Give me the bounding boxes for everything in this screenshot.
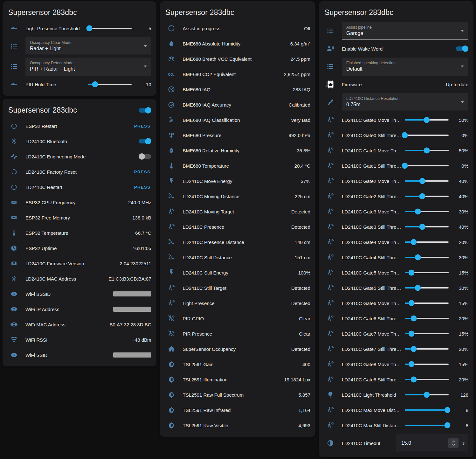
row-ld2410c-still-distance[interactable]: LD2410C Still Distance151 cm: [165, 250, 311, 265]
slider-ld2410c-light-threshold[interactable]: [405, 390, 449, 400]
slider-pir-hold-time[interactable]: [88, 80, 132, 89]
slider-ld2410c-gate1-move-thr[interactable]: [405, 146, 449, 155]
row-wifi-mac-address[interactable]: WiFi MAC AddressB0:A7:32:28:3D:BC: [8, 317, 151, 332]
row-tsl2591-raw-visible[interactable]: TSL2591 Raw Visible4,693: [165, 418, 311, 433]
slider-knob[interactable]: [408, 361, 414, 367]
card-power-toggle[interactable]: [139, 107, 151, 114]
slider-ld2410c-gate5-move-thr[interactable]: [405, 268, 449, 277]
slider-ld2410c-gate1-still-thres[interactable]: [405, 161, 449, 170]
slider-ld2410c-gate6-still-thres[interactable]: [405, 314, 449, 323]
slider-knob[interactable]: [92, 81, 98, 87]
row-esp32-temperature[interactable]: ESP32 Temperature66.7 °C: [8, 225, 151, 240]
row-bme680-temperature[interactable]: BME680 Temperature20.4 °C: [165, 158, 311, 173]
row-ld2410c-moving-target[interactable]: LD2410C Moving TargetDetected: [165, 204, 311, 219]
select-assist-pipeline[interactable]: Assist pipelineGarage: [342, 22, 468, 40]
slider-knob[interactable]: [410, 377, 417, 383]
slider-knob[interactable]: [415, 285, 421, 291]
toggle-ld2410c-engineering-mode[interactable]: [139, 153, 151, 160]
slider-knob[interactable]: [424, 117, 430, 123]
slider-knob[interactable]: [402, 163, 408, 169]
slider-knob[interactable]: [408, 270, 414, 276]
slider-knob[interactable]: [410, 346, 417, 352]
slider-ld2410c-gate0-move-thr[interactable]: [405, 115, 449, 125]
slider-knob[interactable]: [86, 25, 93, 31]
row-firmware[interactable]: FirmwareUp-to-date: [324, 77, 468, 92]
slider-ld2410c-max-move-dista[interactable]: [405, 405, 449, 415]
row-esp32-free-memory[interactable]: ESP32 Free Memory138.0 kB: [8, 210, 151, 225]
row-ld2410c-still-energy[interactable]: LD2410C Still Energy100%: [165, 265, 311, 280]
row-esp32-cpu-frequency[interactable]: 32ESP32 CPU Frequency240.0 MHz: [8, 195, 151, 210]
slider-ld2410c-gate2-still-thres[interactable]: [405, 191, 449, 201]
row-tsl2591-raw-infrared[interactable]: TSL2591 Raw Infrared1,164: [165, 402, 311, 418]
slider-knob[interactable]: [424, 148, 430, 154]
row-light-presence[interactable]: Light PresenceDetected: [165, 296, 311, 311]
press-button[interactable]: PRESS: [134, 170, 151, 174]
row-ld2410c-presence-distance[interactable]: LD2410C Presence Distance140 cm: [165, 234, 311, 250]
slider-ld2410c-gate6-move-thr[interactable]: [405, 298, 449, 308]
row-bme680-iaq-accuracy[interactable]: BME680 IAQ AccuracyCalibrated: [165, 97, 311, 112]
slider-knob[interactable]: [415, 254, 421, 261]
slider-knob[interactable]: [419, 193, 425, 199]
select-ld2410c-distance-resolution[interactable]: LD2410C Distance Resolution0.75m: [342, 93, 468, 111]
row-bme680-iaq-classification[interactable]: BME680 IAQ ClassificationVery Bad: [165, 112, 311, 128]
slider-knob[interactable]: [419, 224, 425, 230]
row-ld2410c-still-target[interactable]: LD2410C Still TargetDetected: [165, 280, 311, 296]
slider-knob[interactable]: [419, 178, 425, 184]
press-button[interactable]: PRESS: [134, 124, 151, 129]
number-input[interactable]: 15.0s: [396, 434, 468, 452]
row-pir-gpio[interactable]: PIR GPIOClear: [165, 311, 311, 326]
row-wifi-ssid[interactable]: WiFi SSID: [8, 347, 151, 363]
slider-light-presence-threshold[interactable]: [88, 24, 132, 33]
press-button[interactable]: PRESS: [134, 185, 151, 190]
slider-ld2410c-gate4-move-thr[interactable]: [405, 237, 449, 247]
slider-knob[interactable]: [444, 407, 450, 413]
row-wifi-rssi[interactable]: WiFi RSSI-48 dBm: [8, 332, 151, 347]
row-esp32-uptime[interactable]: ESP32 Uptime16:01:05: [8, 240, 151, 256]
slider-ld2410c-max-still-distanc[interactable]: [405, 421, 449, 430]
row-ld2410c-presence[interactable]: LD2410C PresenceDetected: [165, 219, 311, 234]
row-tsl2591-raw-full-spectrum[interactable]: TSL2591 Raw Full Spectrum5,857: [165, 387, 311, 402]
slider-ld2410c-gate2-move-thr[interactable]: [405, 176, 449, 186]
select-finished-speaking-detection[interactable]: Finished speaking detectionDefault: [342, 58, 468, 75]
row-ld2410c-firmware-version[interactable]: LD2410C Firmware Version2.04.23022511: [8, 256, 151, 271]
slider-knob[interactable]: [408, 300, 414, 306]
slider-knob[interactable]: [410, 239, 417, 245]
slider-ld2410c-gate3-still-thres[interactable]: [405, 222, 449, 232]
row-pir-presence[interactable]: PIR PresenceClear: [165, 326, 311, 341]
row-ld2410c-moving-distance[interactable]: LD2410C Moving Distance225 cm: [165, 189, 311, 204]
select-occupancy-clear-mode[interactable]: Occupancy Clear ModeRadar + Light: [25, 37, 151, 55]
toggle-ld2410c-bluetooth[interactable]: [139, 138, 151, 144]
select-label: LD2410C Distance Resolution: [346, 96, 399, 101]
row-bme680-breath-voc-equivalent[interactable]: BME680 Breath VOC Equivalent24.5 ppm: [165, 51, 311, 66]
slider-ld2410c-gate4-still-thres[interactable]: [405, 253, 449, 262]
slider-ld2410c-gate8-move-thr[interactable]: [405, 359, 449, 369]
slider-ld2410c-gate7-move-thr[interactable]: [405, 329, 449, 338]
row-wifi-bssid[interactable]: WiFi BSSID: [8, 286, 151, 302]
row-tsl2591-illumination[interactable]: TSL2591 Illumination19.1824 Lux: [165, 372, 311, 387]
select-occupancy-detect-mode[interactable]: Occupancy Detect ModePIR + Radar + Light: [25, 58, 151, 75]
slider-knob[interactable]: [415, 209, 421, 215]
slider-knob[interactable]: [444, 422, 450, 428]
row-assist-in-progress[interactable]: Assist in progressOff: [165, 21, 311, 36]
slider-knob[interactable]: [402, 132, 408, 138]
row-bme680-iaq[interactable]: BME680 IAQ283 IAQ: [165, 82, 311, 97]
slider-ld2410c-gate0-still-thres[interactable]: [405, 130, 449, 140]
slider-ld2410c-gate5-still-thres[interactable]: [405, 283, 449, 293]
toggle-enable-wake-word[interactable]: [456, 45, 468, 52]
row-tsl2591-gain[interactable]: TSL2591 Gain400: [165, 357, 311, 372]
slider-ld2410c-gate3-move-thr[interactable]: [405, 207, 449, 216]
row-bme680-relative-humidity[interactable]: BME680 Relative Humidity35.8%: [165, 143, 311, 158]
slider-ld2410c-gate8-still-thres[interactable]: [405, 375, 449, 384]
row-bme680-co2-equivalent[interactable]: CO₂BME680 CO2 Equivalent2,825.4 ppm: [165, 66, 311, 82]
row-wifi-ip-address[interactable]: WiFi IP Address: [8, 302, 151, 317]
slider-ld2410c-gate7-still-thres[interactable]: [405, 344, 449, 354]
row-bme680-absolute-humidity[interactable]: BME680 Absolute Humidity6.34 g/m³: [165, 36, 311, 51]
slider-knob[interactable]: [410, 316, 417, 322]
row-supersensor-occupancy[interactable]: SuperSensor OccupancyDetected: [165, 341, 311, 357]
row-ld2410c-mac-address[interactable]: LD2410C MAC AddressE1:C3:B3:CB:BA:87: [8, 271, 151, 286]
number-stepper[interactable]: [448, 438, 459, 448]
slider-knob[interactable]: [408, 331, 414, 337]
slider-knob[interactable]: [424, 392, 430, 398]
row-ld2410c-move-energy[interactable]: LD2410C Move Energy37%: [165, 173, 311, 189]
row-bme680-pressure[interactable]: BME680 Pressure992.0 hPa: [165, 128, 311, 143]
